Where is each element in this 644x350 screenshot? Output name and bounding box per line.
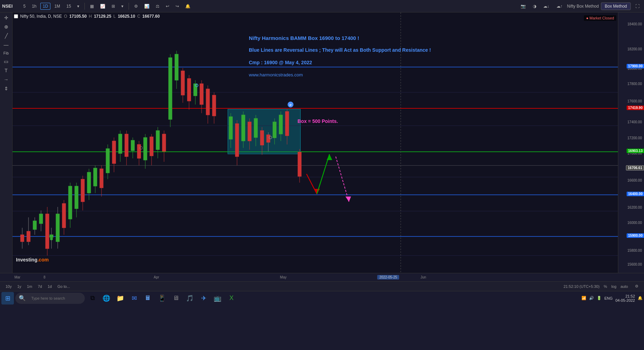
battery-icon[interactable]: 🔋 [597, 296, 602, 300]
hline-tool[interactable]: ― [1, 41, 11, 49]
svg-rect-61 [169, 58, 172, 119]
undo-icon[interactable]: ↩ [163, 3, 172, 10]
svg-line-104 [317, 154, 329, 194]
toolbar-right: 📷 ◑ ☁↓ ☁↑ Nifty Box Method Box Method ⛶ [518, 2, 642, 10]
app6-icon[interactable]: 🖥 [170, 292, 182, 305]
svg-rect-78 [229, 117, 233, 139]
svg-marker-105 [327, 154, 332, 160]
svg-rect-86 [254, 118, 258, 138]
price-18400: 18400.00 [627, 22, 644, 26]
divider-1 [84, 3, 85, 10]
bar-chart-icon[interactable]: ▦ [88, 3, 96, 10]
line-tool[interactable]: ╱ [2, 32, 10, 40]
app9-icon[interactable]: 📺 [211, 292, 224, 305]
chrome-icon[interactable]: 🌐 [100, 292, 113, 305]
tf-1y[interactable]: 1y [15, 283, 24, 290]
status-bar: 21:52:10 (UTC+5:30) % log auto ⚙ [563, 283, 641, 290]
app5-icon[interactable]: 📱 [156, 292, 168, 305]
measure-tool[interactable]: ⇕ [2, 85, 11, 92]
tf-1h[interactable]: 1h [30, 3, 39, 10]
svg-rect-36 [93, 168, 97, 186]
alert-icon[interactable]: 🔔 [183, 3, 193, 10]
svg-line-106 [336, 157, 349, 202]
mail-icon[interactable]: ✉ [128, 292, 140, 305]
svg-rect-82 [242, 115, 245, 141]
svg-rect-34 [87, 172, 91, 193]
svg-rect-28 [68, 186, 72, 219]
svg-rect-74 [206, 89, 210, 115]
volume-icon[interactable]: 🔊 [589, 296, 594, 300]
tf-1d[interactable]: 1d [45, 283, 55, 290]
windows-taskbar: ⊞ 🔍 ⧉ 🌐 📁 ✉ 🖩 📱 🖥 🎵 ✈ 📺 X 📶 🔊 🔋 ENG 21:5… [0, 291, 644, 305]
tf-7d[interactable]: 7d [35, 283, 45, 290]
tf-1d[interactable]: 1D [40, 3, 50, 10]
svg-rect-84 [248, 122, 251, 141]
tf-5[interactable]: 5 [21, 3, 28, 10]
tf-1m[interactable]: 1m [24, 283, 35, 290]
settings-small[interactable]: ⚙ [632, 283, 641, 290]
svg-rect-19 [46, 214, 49, 249]
calculator-icon[interactable]: 🖩 [142, 292, 154, 305]
tf-dropdown[interactable]: ▾ [75, 3, 82, 10]
tf-10y[interactable]: 10y [3, 283, 15, 290]
fib-tool[interactable]: Fib [1, 50, 11, 56]
camera-icon[interactable]: 📷 [518, 3, 528, 10]
compare-icon[interactable]: 📊 [142, 3, 152, 10]
price-17400: 17400.00 [627, 120, 644, 124]
svg-rect-93 [273, 122, 276, 138]
search-bar[interactable]: 🔍 [15, 293, 85, 304]
folder-icon[interactable]: 📁 [114, 292, 127, 305]
tf-1m[interactable]: 1M [52, 3, 63, 10]
tf-15[interactable]: 15 [64, 3, 73, 10]
toolbar: NSEI 5 1h 1D 1M 15 ▾ ▦ 📈 ⊞ ▾ ⚙ 📊 ⚖ ↩ ↪ 🔔… [0, 0, 644, 12]
chart-dropdown[interactable]: ▾ [119, 3, 126, 10]
auto-label: auto [621, 284, 628, 289]
app7-icon[interactable]: 🎵 [184, 292, 196, 305]
price-badge-16400: 16400.00 [627, 192, 644, 196]
svg-rect-53 [144, 138, 147, 160]
text-tool[interactable]: T [2, 67, 10, 74]
search-input[interactable] [28, 293, 83, 303]
price-badge-16903: 16903.13 [627, 149, 644, 153]
goto-btn[interactable]: Go to... [55, 283, 73, 290]
svg-rect-59 [162, 134, 166, 151]
box-method-btn[interactable]: Box Method [601, 2, 631, 10]
svg-rect-30 [75, 186, 78, 209]
notification-icon[interactable]: 🔔 [638, 296, 643, 300]
fullscreen-icon[interactable]: ⛶ [633, 3, 642, 10]
time-may: May [280, 275, 287, 279]
svg-rect-48 [131, 140, 134, 151]
theme-icon[interactable]: ◑ [530, 3, 539, 10]
svg-rect-42 [112, 141, 116, 164]
svg-rect-44 [119, 134, 122, 153]
cloud-down-icon[interactable]: ☁↓ [541, 3, 552, 10]
candle-chart-icon[interactable]: ⊞ [109, 3, 117, 10]
cursor-tool[interactable]: ✛ [2, 14, 11, 22]
price-15800: 15800.00 [627, 249, 644, 252]
svg-rect-15 [33, 221, 36, 230]
price-16000: 16000.00 [627, 221, 644, 225]
svg-rect-50 [137, 144, 141, 158]
timeframe-bar: 10y 1y 1m 7d 1d Go to... 21:52:10 (UTC+5… [0, 281, 644, 291]
rect-tool[interactable]: ▭ [1, 58, 11, 65]
svg-rect-76 [212, 95, 216, 116]
price-badge-16706: 16706.61 [626, 165, 644, 170]
settings-icon[interactable]: ⚙ [132, 3, 140, 10]
start-button[interactable]: ⊞ [1, 292, 14, 305]
crosshair-tool[interactable]: ⊕ [2, 23, 11, 31]
svg-rect-46 [125, 134, 128, 157]
chart-canvas[interactable]: Nifty Harmonics BAMM Box 16900 to 17400 … [13, 12, 644, 273]
svg-rect-72 [200, 84, 203, 105]
redo-icon[interactable]: ↪ [173, 3, 181, 10]
excel-icon[interactable]: X [225, 292, 238, 305]
arrow-tool[interactable]: → [1, 76, 11, 83]
wifi-icon[interactable]: 📶 [581, 296, 586, 300]
line-chart-icon[interactable]: 📈 [98, 3, 108, 10]
log-label: log [611, 284, 617, 289]
chart-section: ✛ ⊕ ╱ ― Fib ▭ T → ⇕ Nifty Harmonics BAMM… [0, 12, 644, 273]
task-view[interactable]: ⧉ [86, 292, 99, 305]
symbol-label: NSEI [2, 3, 19, 9]
scale-icon[interactable]: ⚖ [153, 3, 162, 10]
telegram-icon[interactable]: ✈ [197, 292, 210, 305]
cloud-up-icon[interactable]: ☁↑ [554, 3, 565, 10]
